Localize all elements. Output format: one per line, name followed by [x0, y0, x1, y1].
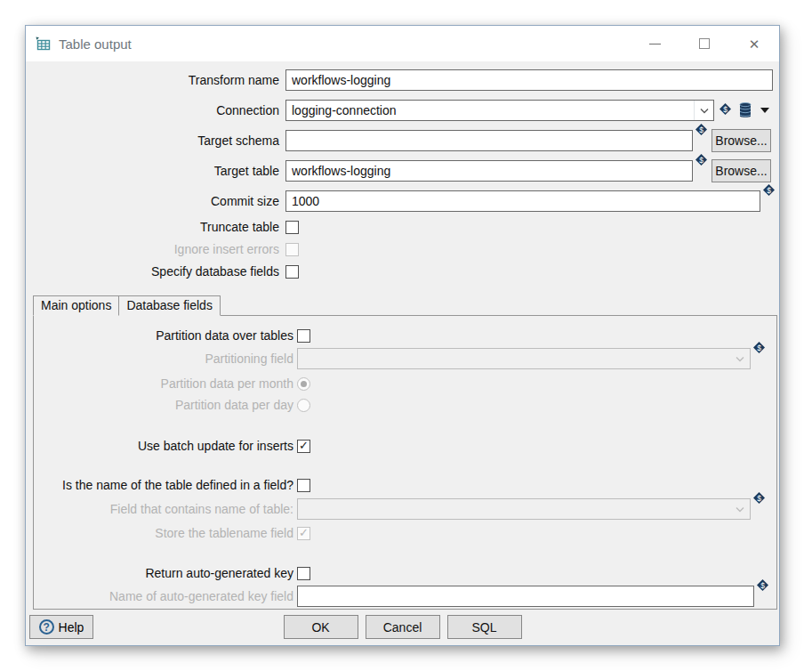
partition-per-month-label: Partition data per month — [34, 376, 297, 391]
variable-diamond-icon — [720, 103, 731, 115]
dialog-buttons: OK Cancel SQL — [284, 615, 522, 639]
variable-diamond-icon — [763, 184, 775, 196]
target-table-browse-button[interactable]: Browse... — [712, 159, 771, 182]
help-label: Help — [59, 620, 84, 635]
target-schema-row: Target schema Browse... — [33, 129, 773, 152]
main-options-panel: Partition data over tables Partitioning … — [33, 315, 777, 610]
tab-database-fields[interactable]: Database fields — [118, 295, 221, 316]
window-controls: ✕ — [630, 26, 779, 61]
target-table-input[interactable] — [285, 160, 693, 182]
partitioning-field-label: Partitioning field — [34, 352, 297, 366]
partitioning-field-combo — [297, 348, 751, 369]
table-output-dialog: Table output ✕ Transform name Connection… — [25, 25, 780, 646]
title-bar: Table output ✕ — [26, 26, 779, 61]
variable-diamond-icon — [757, 579, 768, 591]
batch-update-checkbox[interactable] — [297, 440, 310, 453]
transform-name-row: Transform name — [33, 69, 773, 92]
partition-per-day-row: Partition data per day — [34, 398, 776, 412]
auto-key-field-label: Name of auto-generated key field — [34, 589, 297, 603]
target-schema-label: Target schema — [33, 133, 285, 148]
field-contains-table-name-row: Field that contains name of table: — [34, 498, 776, 520]
partition-over-tables-row: Partition data over tables — [34, 328, 776, 343]
minimize-icon — [649, 44, 661, 44]
ignore-insert-errors-label: Ignore insert errors — [33, 242, 285, 256]
database-edit-icon[interactable] — [738, 101, 752, 119]
truncate-table-checkbox[interactable] — [285, 221, 299, 234]
chevron-down-icon — [694, 101, 713, 120]
tab-bar: Main options Database fields — [33, 295, 779, 315]
help-icon: ? — [39, 619, 54, 635]
specify-database-fields-checkbox[interactable] — [285, 265, 299, 279]
specify-database-fields-label: Specify database fields — [33, 264, 285, 279]
target-schema-input[interactable] — [285, 130, 693, 151]
sql-button[interactable]: SQL — [447, 615, 522, 639]
table-name-in-field-label: Is the name of the table defined in a fi… — [34, 478, 297, 492]
return-auto-key-checkbox[interactable] — [297, 567, 310, 580]
close-icon: ✕ — [749, 37, 760, 51]
specify-database-fields-row: Specify database fields — [33, 264, 773, 279]
target-table-row: Target table Browse... — [33, 159, 773, 182]
form-area: Transform name Connection logging-connec… — [26, 61, 779, 279]
partition-over-tables-label: Partition data over tables — [34, 328, 297, 343]
table-name-in-field-row: Is the name of the table defined in a fi… — [34, 478, 776, 492]
maximize-button[interactable] — [679, 26, 729, 61]
partition-per-day-label: Partition data per day — [34, 398, 297, 412]
variable-diamond-icon — [695, 154, 707, 166]
batch-update-label: Use batch update for inserts — [34, 439, 297, 453]
ignore-insert-errors-row: Ignore insert errors — [33, 242, 773, 256]
partition-over-tables-checkbox[interactable] — [297, 329, 310, 343]
commit-size-label: Commit size — [33, 194, 285, 208]
maximize-icon — [699, 38, 710, 49]
truncate-table-row: Truncate table — [33, 220, 773, 234]
variable-diamond-icon — [753, 342, 765, 353]
connection-menu-arrow-icon[interactable] — [760, 108, 769, 113]
connection-combo[interactable]: logging-connection — [285, 100, 714, 121]
auto-key-field-input[interactable] — [297, 586, 754, 607]
store-tablename-row: Store the tablename field — [34, 526, 776, 540]
dialog-title: Table output — [59, 36, 132, 52]
field-contains-table-name-combo — [297, 498, 751, 520]
table-name-in-field-checkbox[interactable] — [297, 479, 310, 492]
return-auto-key-row: Return auto-generated key — [34, 566, 776, 580]
truncate-table-label: Truncate table — [33, 220, 285, 234]
target-schema-browse-button[interactable]: Browse... — [712, 129, 771, 152]
connection-value: logging-connection — [286, 103, 694, 117]
field-contains-table-name-label: Field that contains name of table: — [34, 502, 297, 516]
partition-per-month-row: Partition data per month — [34, 376, 776, 391]
minimize-button[interactable] — [630, 26, 679, 61]
tab-main-options[interactable]: Main options — [33, 295, 119, 316]
ignore-insert-errors-checkbox — [285, 243, 299, 256]
cancel-button[interactable]: Cancel — [366, 615, 440, 639]
footer: ? Help OK Cancel SQL — [26, 615, 779, 639]
auto-key-field-row: Name of auto-generated key field — [34, 586, 776, 607]
commit-size-input[interactable] — [285, 190, 760, 212]
close-button[interactable]: ✕ — [729, 26, 779, 61]
ok-button[interactable]: OK — [284, 615, 358, 639]
partition-per-day-radio — [297, 399, 310, 412]
partition-per-month-radio — [297, 377, 310, 391]
variable-diamond-icon — [695, 124, 707, 135]
transform-name-label: Transform name — [33, 73, 285, 87]
store-tablename-label: Store the tablename field — [34, 526, 297, 540]
commit-size-row: Commit size — [33, 190, 773, 213]
table-output-step-icon — [36, 36, 51, 52]
help-button[interactable]: ? Help — [29, 615, 93, 639]
return-auto-key-label: Return auto-generated key — [34, 566, 297, 580]
partitioning-field-row: Partitioning field — [34, 348, 776, 369]
transform-name-input[interactable] — [285, 69, 773, 91]
target-table-label: Target table — [33, 164, 285, 178]
store-tablename-checkbox — [297, 527, 310, 540]
batch-update-row: Use batch update for inserts — [34, 439, 776, 453]
chevron-down-icon — [730, 349, 750, 368]
connection-row: Connection logging-connection — [33, 99, 773, 122]
variable-diamond-icon — [753, 492, 765, 504]
connection-label: Connection — [33, 103, 285, 117]
chevron-down-icon — [730, 499, 750, 519]
